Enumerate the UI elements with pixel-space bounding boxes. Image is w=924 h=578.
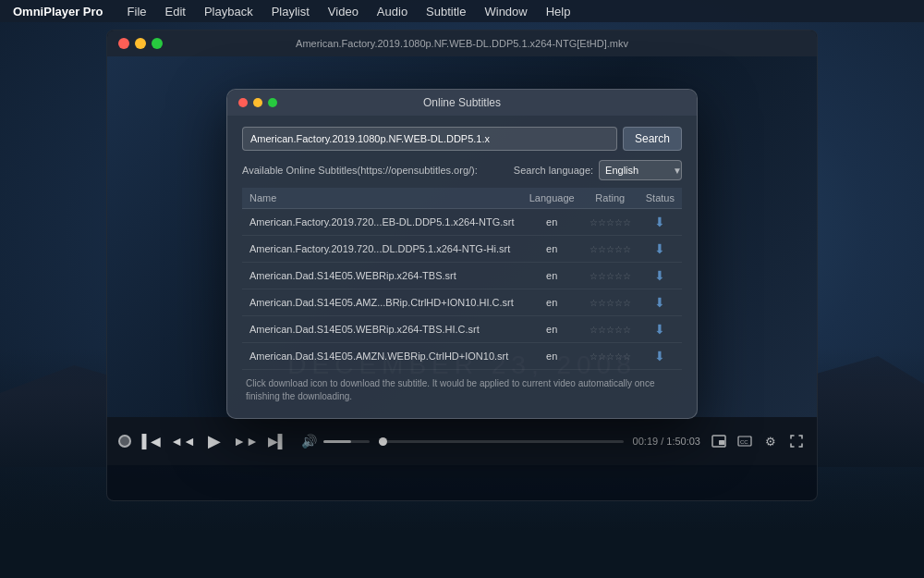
subtitle-name: American.Dad.S14E05.WEBRip.x264-TBS.srt — [242, 263, 522, 289]
table-row: American.Dad.S14E05.WEBRip.x264-TBS.HI.C… — [242, 316, 682, 343]
menu-playlist[interactable]: Playlist — [264, 3, 317, 20]
close-button[interactable] — [118, 38, 129, 49]
fullscreen-icon — [790, 435, 803, 448]
download-icon[interactable]: ⬇ — [654, 215, 665, 229]
search-language-label: Search language: — [514, 165, 593, 176]
table-row: American.Factory.2019.720...EB-DL.DDP5.1… — [242, 209, 682, 236]
player-title: American.Factory.2019.1080p.NF.WEB-DL.DD… — [296, 38, 628, 49]
rating-stars: ☆☆☆☆☆ — [590, 217, 631, 228]
subtitle-rating: ☆☆☆☆☆ — [582, 289, 638, 316]
table-row: American.Dad.S14E05.AMZ...BRip.CtrlHD+IO… — [242, 289, 682, 316]
info-row: Available Online Subtitles(https://opens… — [242, 160, 682, 180]
dialog-title: Online Subtitles — [423, 96, 501, 109]
time-display: 00:19 / 1:50:03 — [633, 436, 700, 447]
subtitle-name: American.Factory.2019.720...EB-DL.DDP5.1… — [242, 209, 522, 236]
pip-icon — [711, 435, 726, 448]
captions-icon: CC — [737, 436, 752, 447]
subtitle-name: American.Dad.S14E05.AMZ...BRip.CtrlHD+IO… — [242, 289, 522, 316]
menu-window[interactable]: Window — [477, 3, 534, 20]
fullscreen-button[interactable] — [787, 432, 806, 450]
dialog-close-button[interactable] — [238, 98, 248, 107]
player-window: American.Factory.2019.1080p.NF.WEB-DL.DD… — [106, 30, 818, 501]
subtitle-language: en — [522, 263, 582, 289]
volume-area: 🔊 — [298, 430, 370, 452]
progress-bar[interactable] — [379, 440, 624, 443]
search-row: Search — [242, 127, 682, 151]
col-name: Name — [242, 188, 522, 209]
subtitle-language: en — [522, 289, 582, 316]
captions-button[interactable]: CC — [736, 432, 754, 450]
subtitle-language: en — [522, 343, 582, 370]
subtitle-language: en — [522, 316, 582, 343]
rewind-button[interactable]: ◄◄ — [172, 430, 194, 452]
search-input[interactable] — [242, 127, 617, 151]
pip-button[interactable] — [710, 432, 728, 450]
search-button[interactable]: Search — [623, 127, 682, 151]
subtitle-download[interactable]: ⬇ — [638, 343, 682, 370]
rating-stars: ☆☆☆☆☆ — [590, 271, 631, 281]
menu-help[interactable]: Help — [539, 3, 578, 20]
settings-icon: ⚙ — [765, 435, 776, 449]
player-titlebar: American.Factory.2019.1080p.NF.WEB-DL.DD… — [107, 31, 817, 56]
download-icon[interactable]: ⬇ — [654, 322, 665, 337]
download-icon[interactable]: ⬇ — [654, 268, 665, 283]
subtitle-download[interactable]: ⬇ — [638, 289, 682, 316]
language-select-wrapper: Search language: English Spanish French … — [514, 160, 682, 180]
menu-file[interactable]: File — [120, 3, 154, 20]
subtitle-name: American.Dad.S14E05.AMZN.WEBRip.CtrlHD+I… — [242, 343, 522, 370]
volume-icon: 🔊 — [301, 434, 317, 449]
play-button[interactable]: ▶ — [203, 430, 225, 452]
fast-forward-icon: ►► — [233, 434, 259, 449]
subtitle-table: Name Language Rating Status American.Fac… — [242, 188, 682, 370]
menu-subtitle[interactable]: Subtitle — [419, 3, 473, 20]
svg-text:CC: CC — [740, 439, 748, 445]
dialog-body: Search Available Online Subtitles(https:… — [227, 116, 697, 418]
fast-forward-button[interactable]: ►► — [235, 430, 257, 452]
subtitle-language: en — [522, 236, 582, 263]
subtitle-download[interactable]: ⬇ — [638, 263, 682, 289]
subtitle-download[interactable]: ⬇ — [638, 209, 682, 236]
svg-rect-1 — [719, 440, 724, 445]
video-area[interactable]: ☷ ☶ 📷 GIF 👤 — [107, 56, 817, 417]
skip-forward-icon: ▶▌ — [268, 434, 287, 449]
app-name: OmniPlayer Pro — [7, 5, 109, 18]
col-rating: Rating — [582, 188, 638, 209]
rating-stars: ☆☆☆☆☆ — [590, 325, 631, 335]
rating-stars: ☆☆☆☆☆ — [590, 351, 631, 362]
dialog-maximize-button[interactable] — [268, 98, 277, 107]
progress-knob[interactable] — [379, 437, 387, 446]
col-language: Language — [522, 188, 582, 209]
skip-back-button[interactable]: ▌◀ — [140, 430, 163, 452]
subtitle-download[interactable]: ⬇ — [638, 236, 682, 263]
rating-stars: ☆☆☆☆☆ — [590, 298, 631, 308]
maximize-button[interactable] — [152, 38, 163, 49]
player-traffic-lights — [118, 38, 163, 49]
subtitle-language: en — [522, 209, 582, 236]
language-select[interactable]: English Spanish French German — [599, 160, 682, 180]
available-label: Available Online Subtitles(https://opens… — [242, 165, 478, 176]
download-icon[interactable]: ⬇ — [654, 295, 665, 310]
subtitle-rating: ☆☆☆☆☆ — [582, 209, 638, 236]
download-icon[interactable]: ⬇ — [654, 349, 665, 363]
play-icon: ▶ — [208, 431, 221, 451]
dialog-minimize-button[interactable] — [253, 98, 262, 107]
download-icon[interactable]: ⬇ — [654, 241, 665, 256]
menu-edit[interactable]: Edit — [158, 3, 193, 20]
dialog-traffic-lights — [238, 98, 277, 107]
table-row: American.Factory.2019.720...DL.DDP5.1.x2… — [242, 236, 682, 263]
minimize-button[interactable] — [135, 38, 146, 49]
subtitle-rating: ☆☆☆☆☆ — [582, 236, 638, 263]
menu-audio[interactable]: Audio — [370, 3, 415, 20]
skip-forward-button[interactable]: ▶▌ — [266, 430, 288, 452]
volume-button[interactable]: 🔊 — [298, 430, 320, 452]
settings-button[interactable]: ⚙ — [761, 432, 780, 450]
menu-playback[interactable]: Playback — [197, 3, 261, 20]
controls-bar: ▌◀ ◄◄ ▶ ►► ▶▌ 🔊 — [107, 417, 817, 465]
volume-track[interactable] — [323, 440, 370, 443]
menubar: OmniPlayer Pro File Edit Playback Playli… — [0, 0, 924, 22]
table-row: American.Dad.S14E05.AMZN.WEBRip.CtrlHD+I… — [242, 343, 682, 370]
rating-stars: ☆☆☆☆☆ — [590, 244, 631, 254]
right-controls: CC ⚙ — [710, 432, 806, 450]
subtitle-download[interactable]: ⬇ — [638, 316, 682, 343]
menu-video[interactable]: Video — [321, 3, 366, 20]
